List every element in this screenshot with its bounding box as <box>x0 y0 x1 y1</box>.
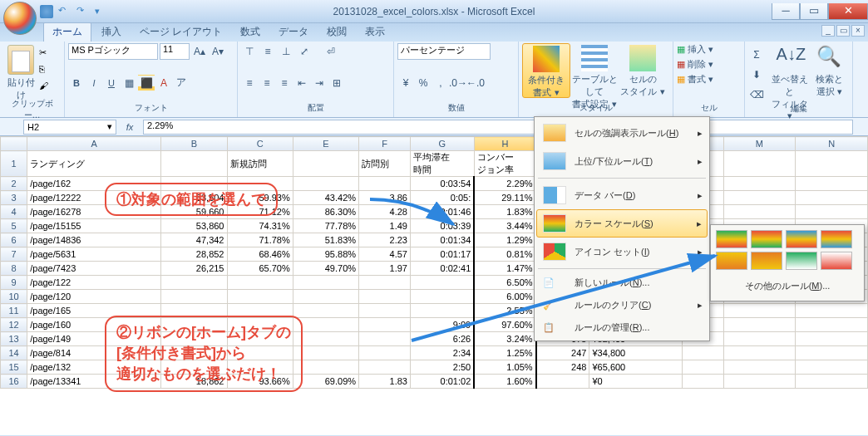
cell-A3[interactable]: /page/12222 <box>27 191 161 205</box>
cell-H5[interactable]: 3.44% <box>474 219 535 233</box>
format-as-table-button[interactable]: テーブルとして 書式設定 ▾ <box>570 43 619 98</box>
cell[interactable]: 新規訪問 <box>227 151 293 177</box>
row-header-15[interactable]: 15 <box>1 360 27 375</box>
col-header-C[interactable]: C <box>227 137 293 151</box>
cell-B12[interactable] <box>161 318 227 332</box>
colorscale-other-rules[interactable]: その他のルール(M)... <box>716 277 859 296</box>
colorscale-swatch[interactable] <box>821 252 852 270</box>
cell-B2[interactable] <box>161 177 227 191</box>
menu-top-bottom-rules[interactable]: 上位/下位ルール(T)▸ <box>536 147 708 175</box>
cell[interactable]: 平均滞在 時間 <box>410 151 474 177</box>
cell-A5[interactable]: /page/15155 <box>27 219 161 233</box>
cell-F6[interactable]: 2.23 <box>359 233 411 247</box>
cell-E12[interactable] <box>293 318 358 332</box>
cell-J15[interactable]: ¥65,600 <box>589 360 682 375</box>
cell-N14[interactable] <box>796 346 868 360</box>
cell-F8[interactable]: 1.97 <box>359 262 411 276</box>
number-format-select[interactable]: パーセンテージ <box>397 43 491 60</box>
align-center-icon[interactable]: ≡ <box>259 75 275 91</box>
copy-icon[interactable]: ⎘ <box>38 63 53 76</box>
cell-A10[interactable]: /page/120 <box>27 290 161 304</box>
cell-F12[interactable] <box>359 318 411 332</box>
clear-icon[interactable]: ⌫ <box>748 86 765 103</box>
cell-H2[interactable]: 2.29% <box>474 177 535 191</box>
cell-N16[interactable] <box>796 375 868 389</box>
cell-J16[interactable]: ¥0 <box>589 375 682 389</box>
cell-E10[interactable] <box>293 290 358 304</box>
menu-color-scales[interactable]: カラー スケール(S)▸ <box>536 209 708 238</box>
save-icon[interactable] <box>40 5 53 18</box>
bold-button[interactable]: B <box>68 75 85 91</box>
cell-E4[interactable]: 86.30% <box>293 205 358 219</box>
tab-home[interactable]: ホーム <box>43 22 91 42</box>
row-header-6[interactable]: 6 <box>1 233 27 247</box>
cell-B4[interactable]: 59,660 <box>161 205 227 219</box>
cell-F2[interactable] <box>359 177 411 191</box>
cell-C2[interactable] <box>227 177 293 191</box>
cell-B15[interactable] <box>161 360 227 375</box>
col-header-G[interactable]: G <box>410 137 474 151</box>
align-left-icon[interactable]: ≡ <box>241 75 258 91</box>
conditional-format-button[interactable]: 条件付き 書式 ▾ <box>522 43 570 98</box>
cell-C4[interactable]: 71.12% <box>227 205 293 219</box>
cell-C15[interactable] <box>227 360 293 375</box>
cell-M11[interactable] <box>723 304 796 318</box>
cell-N12[interactable] <box>796 318 868 332</box>
cell-N2[interactable] <box>796 177 868 191</box>
select-all-corner[interactable] <box>1 137 27 151</box>
insert-cells-button[interactable]: ▦挿入 ▾ <box>677 43 741 56</box>
cell-E5[interactable]: 77.78% <box>293 219 358 233</box>
row-header-7[interactable]: 7 <box>1 247 27 262</box>
cell-A12[interactable]: /page/160 <box>27 318 161 332</box>
row-header-9[interactable]: 9 <box>1 276 27 290</box>
chevron-down-icon[interactable]: ▾ <box>107 121 112 132</box>
cell-E3[interactable]: 43.42% <box>293 191 358 205</box>
cell-F11[interactable] <box>359 304 411 318</box>
colorscale-swatch[interactable] <box>751 230 782 248</box>
cell-A14[interactable]: /page/814 <box>27 346 161 360</box>
orientation-icon[interactable]: ⤢ <box>296 43 313 60</box>
cell-styles-button[interactable]: セルの スタイル ▾ <box>619 43 667 98</box>
cell[interactable] <box>293 151 358 177</box>
tab-formula[interactable]: 数式 <box>232 22 269 42</box>
cell-M14[interactable] <box>723 346 796 360</box>
cell-N13[interactable] <box>796 332 868 346</box>
cell-G15[interactable]: 2:50 <box>410 360 474 375</box>
menu-highlight-rules[interactable]: セルの強調表示ルール(H)▸ <box>536 119 708 147</box>
cell-B7[interactable]: 28,852 <box>161 247 227 262</box>
cell-B6[interactable]: 47,342 <box>161 233 227 247</box>
row-header-1[interactable]: 1 <box>1 151 27 177</box>
cell-B13[interactable] <box>161 332 227 346</box>
cell[interactable]: コンバー ジョン率 <box>474 151 535 177</box>
phonetic-button[interactable]: ア <box>173 75 190 91</box>
undo-icon[interactable]: ↶ <box>58 5 72 18</box>
col-header-A[interactable]: A <box>27 137 161 151</box>
cell-E15[interactable] <box>293 360 358 375</box>
cell-M12[interactable] <box>723 318 796 332</box>
cell-E8[interactable]: 49.70% <box>293 262 358 276</box>
cell-G2[interactable]: 0:03:54 <box>410 177 474 191</box>
colorscale-swatch[interactable] <box>751 252 782 270</box>
currency-icon[interactable]: ¥ <box>397 75 414 91</box>
indent-dec-icon[interactable]: ⇤ <box>293 75 310 91</box>
row-header-16[interactable]: 16 <box>1 375 27 389</box>
cell-B11[interactable] <box>161 304 227 318</box>
align-top-icon[interactable]: ⊤ <box>241 43 258 60</box>
font-size-select[interactable]: 11 <box>160 43 190 60</box>
col-header-M[interactable]: M <box>723 137 796 151</box>
font-color-button[interactable]: A <box>155 75 172 91</box>
cell[interactable]: 訪問別 <box>359 151 411 177</box>
paste-button[interactable]: 貼り付け <box>3 43 38 98</box>
cell-A7[interactable]: /page/5631 <box>27 247 161 262</box>
align-bottom-icon[interactable]: ⊥ <box>278 43 294 60</box>
cell-M2[interactable] <box>723 177 796 191</box>
format-cells-button[interactable]: ▦書式 ▾ <box>677 73 741 86</box>
grow-font-icon[interactable]: A▴ <box>191 43 208 60</box>
cell-B5[interactable]: 53,860 <box>161 219 227 233</box>
cell-M16[interactable] <box>723 375 796 389</box>
cell-F10[interactable] <box>359 290 411 304</box>
wrap-text-button[interactable]: ⏎ <box>323 43 339 60</box>
cell-E14[interactable] <box>293 346 358 360</box>
cell-C11[interactable] <box>227 304 293 318</box>
shrink-font-icon[interactable]: A▾ <box>210 43 226 60</box>
